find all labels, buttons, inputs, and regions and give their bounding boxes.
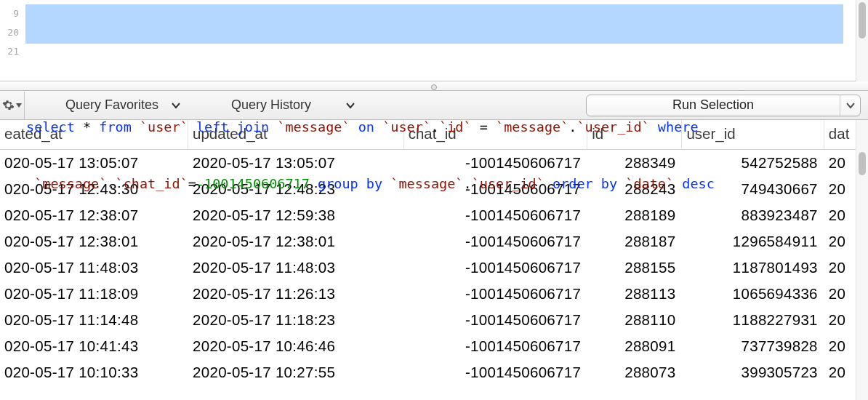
cell-id[interactable]: 288113 (587, 281, 682, 307)
cell-created-at[interactable]: 020-05-17 12:38:01 (0, 228, 188, 255)
table-row[interactable]: 020-05-17 11:48:032020-05-17 11:48:03-10… (0, 255, 868, 281)
sql-textarea[interactable]: select * from `user` left join `message`… (23, 0, 868, 81)
cell-updated-at[interactable]: 2020-05-17 11:18:23 (188, 307, 404, 333)
cell-user-id[interactable]: 1296584911 (682, 228, 824, 255)
cell-chat-id[interactable]: -1001450606717 (403, 228, 587, 255)
cell-created-at[interactable]: 020-05-17 11:18:09 (0, 281, 188, 307)
cell-chat-id[interactable]: -1001450606717 (403, 255, 587, 281)
line-number: 21 (0, 42, 19, 61)
cell-id[interactable]: 288091 (587, 333, 682, 359)
cell-id[interactable]: 288073 (587, 359, 682, 385)
cell-chat-id[interactable]: -1001450606717 (403, 307, 587, 333)
scrollbar-thumb[interactable] (859, 2, 866, 39)
cell-id[interactable]: 288110 (587, 307, 682, 333)
cell-user-id[interactable]: 1065694336 (682, 281, 824, 307)
cell-user-id[interactable]: 1187801493 (682, 255, 824, 281)
table-row[interactable]: 020-05-17 11:18:092020-05-17 11:26:13-10… (0, 281, 868, 307)
sql-line[interactable]: `message`.`chat_id`=-1001450606717 group… (26, 175, 865, 193)
line-number: 20 (0, 23, 19, 42)
line-gutter: 9 20 21 (0, 0, 23, 81)
cell-created-at[interactable]: 020-05-17 11:14:48 (0, 307, 188, 333)
cell-updated-at[interactable]: 2020-05-17 10:27:55 (188, 359, 404, 385)
sql-editor[interactable]: 9 20 21 select * from `user` left join `… (0, 0, 868, 81)
cell-chat-id[interactable]: -1001450606717 (403, 281, 587, 307)
table-row[interactable]: 020-05-17 10:41:432020-05-17 10:46:46-10… (0, 333, 868, 359)
selection-highlight (25, 4, 843, 44)
table-row[interactable]: 020-05-17 10:10:332020-05-17 10:27:55-10… (0, 359, 868, 385)
cell-updated-at[interactable]: 2020-05-17 12:38:01 (188, 228, 404, 255)
cell-chat-id[interactable]: -1001450606717 (403, 333, 587, 359)
cell-updated-at[interactable]: 2020-05-17 11:48:03 (188, 255, 404, 281)
cell-updated-at[interactable]: 2020-05-17 11:26:13 (188, 281, 404, 307)
cell-user-id[interactable]: 399305723 (682, 359, 824, 385)
cell-user-id[interactable]: 737739828 (682, 333, 824, 359)
table-row[interactable]: 020-05-17 11:14:482020-05-17 11:18:23-10… (0, 307, 868, 333)
cell-chat-id[interactable]: -1001450606717 (403, 359, 587, 385)
line-number: 9 (0, 4, 19, 23)
sql-line[interactable]: select * from `user` left join `message`… (26, 118, 865, 137)
table-row[interactable]: 020-05-17 12:38:012020-05-17 12:38:01-10… (0, 228, 868, 255)
settings-button[interactable] (0, 92, 25, 119)
cell-created-at[interactable]: 020-05-17 10:10:33 (0, 359, 188, 385)
cell-id[interactable]: 288187 (587, 228, 682, 255)
cell-created-at[interactable]: 020-05-17 11:48:03 (0, 255, 188, 281)
chevron-down-icon (16, 103, 22, 108)
cell-id[interactable]: 288155 (587, 255, 682, 281)
gear-icon (2, 99, 15, 111)
cell-updated-at[interactable]: 2020-05-17 10:46:46 (188, 333, 404, 359)
cell-created-at[interactable]: 020-05-17 10:41:43 (0, 333, 188, 359)
cell-user-id[interactable]: 1188227931 (682, 307, 824, 333)
